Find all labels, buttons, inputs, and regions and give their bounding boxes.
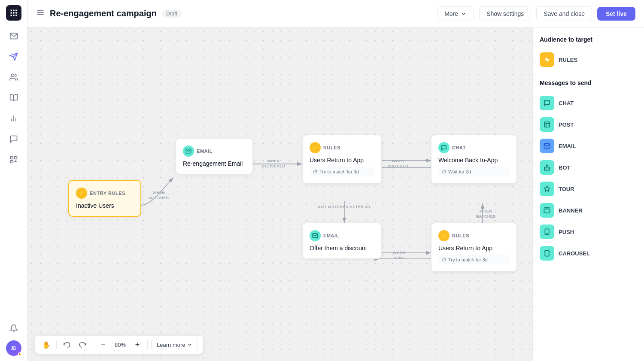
flow-canvas[interactable]: ⚡ ENTRY RULES Inactive Users WHENMATCHED… bbox=[27, 27, 532, 361]
sidebar-item-knowledge[interactable] bbox=[5, 89, 22, 106]
node-badge: ⚡ ENTRY RULES bbox=[76, 188, 134, 199]
toolbar-divider-1 bbox=[56, 340, 57, 349]
svg-point-39 bbox=[547, 165, 548, 166]
menu-toggle-button[interactable] bbox=[36, 8, 45, 19]
node-badge: ⚡ RULES bbox=[310, 142, 374, 153]
rules2-sub-text: Try to match for 3d bbox=[448, 257, 488, 262]
sidebar-item-notifications[interactable] bbox=[5, 320, 22, 337]
panel-item-post[interactable]: POST bbox=[540, 114, 637, 135]
zoom-out-button[interactable]: − bbox=[97, 338, 109, 351]
messages-title: Messages to send bbox=[540, 79, 637, 86]
set-live-button[interactable]: Set live bbox=[597, 7, 635, 21]
rules2-label: RULES bbox=[452, 233, 469, 238]
page-title: Re-engagement campaign bbox=[50, 9, 157, 18]
chat1-icon bbox=[438, 142, 450, 153]
undo-button[interactable] bbox=[60, 338, 73, 351]
svg-rect-15 bbox=[10, 157, 13, 159]
svg-rect-35 bbox=[544, 122, 550, 127]
panel-item-rules-audience[interactable]: RULES bbox=[540, 49, 637, 70]
zoom-in-button[interactable]: + bbox=[131, 338, 144, 351]
panel-tour-label: TOUR bbox=[559, 186, 574, 192]
panel-tour-icon bbox=[540, 182, 554, 196]
audience-title: Audience to target bbox=[540, 36, 637, 43]
rules2-node[interactable]: ⚡ RULES Users Return to App ⏱ Try to mat… bbox=[431, 223, 517, 272]
redo-button[interactable] bbox=[76, 338, 89, 351]
user-avatar[interactable]: JD bbox=[6, 340, 21, 356]
rules1-title: Users Return to App bbox=[310, 157, 374, 164]
node-badge: EMAIL bbox=[183, 146, 246, 157]
email2-icon bbox=[310, 230, 321, 241]
svg-rect-0 bbox=[10, 10, 12, 11]
sidebar: JD bbox=[0, 0, 27, 361]
entry-rules-node[interactable]: ⚡ ENTRY RULES Inactive Users bbox=[68, 180, 141, 217]
node-badge: EMAIL bbox=[310, 230, 374, 241]
panel-email-label: EMAIL bbox=[559, 143, 576, 149]
entry-rules-icon: ⚡ bbox=[76, 188, 87, 199]
panel-chat-icon bbox=[540, 96, 554, 110]
svg-rect-2 bbox=[15, 10, 17, 11]
panel-post-label: POST bbox=[559, 121, 574, 128]
panel-item-email[interactable]: EMAIL bbox=[540, 135, 637, 157]
header: Re-engagement campaign Draft More Show s… bbox=[27, 0, 644, 27]
panel-item-carousel[interactable]: CAROUSEL bbox=[540, 243, 637, 264]
panel-push-icon bbox=[540, 224, 554, 239]
bottom-toolbar: ✋ − 80% + Learn more bbox=[34, 335, 204, 354]
email2-title: Offer them a discount bbox=[310, 245, 374, 252]
email2-node[interactable]: EMAIL Offer them a discount bbox=[302, 223, 382, 259]
svg-rect-8 bbox=[15, 15, 17, 16]
show-settings-button[interactable]: Show settings bbox=[479, 6, 531, 21]
rules1-icon: ⚡ bbox=[310, 142, 321, 153]
more-button[interactable]: More bbox=[437, 6, 474, 21]
chat1-node[interactable]: CHAT Welcome Back In-App ⏱ Wait for 2d bbox=[431, 135, 517, 184]
panel-item-chat[interactable]: CHAT bbox=[540, 92, 637, 114]
sidebar-item-messages[interactable] bbox=[5, 130, 22, 148]
sidebar-bottom: JD bbox=[5, 320, 22, 356]
sidebar-item-apps[interactable] bbox=[5, 151, 22, 168]
svg-rect-17 bbox=[10, 161, 13, 163]
svg-rect-3 bbox=[10, 12, 12, 13]
rules2-icon: ⚡ bbox=[438, 230, 450, 241]
toolbar-divider-2 bbox=[93, 340, 93, 349]
panel-rules-audience-label: RULES bbox=[559, 57, 577, 63]
panel-item-push[interactable]: PUSH bbox=[540, 221, 637, 243]
connector-when-matched-1: WHENMATCHED bbox=[146, 191, 172, 200]
save-close-button[interactable]: Save and close bbox=[536, 6, 592, 21]
panel-item-tour[interactable]: TOUR bbox=[540, 178, 637, 200]
panel-carousel-icon bbox=[540, 246, 554, 261]
panel-banner-icon bbox=[540, 203, 554, 218]
entry-rules-label: ENTRY RULES bbox=[90, 191, 125, 196]
panel-post-icon bbox=[540, 117, 554, 132]
panel-divider bbox=[540, 75, 637, 75]
panel-email-icon bbox=[540, 139, 554, 153]
chat1-sub: ⏱ Wait for 2d bbox=[438, 167, 510, 176]
panel-item-bot[interactable]: BOT bbox=[540, 157, 637, 178]
node-badge: ⚡ RULES bbox=[438, 230, 510, 241]
app-logo bbox=[6, 5, 21, 21]
entry-rules-title: Inactive Users bbox=[76, 202, 134, 209]
sidebar-item-reports[interactable] bbox=[5, 110, 22, 127]
sidebar-item-contacts[interactable] bbox=[5, 69, 22, 86]
email1-title: Re-engagement Email bbox=[183, 160, 246, 167]
svg-rect-6 bbox=[10, 15, 12, 16]
rules1-node[interactable]: ⚡ RULES Users Return to App ⏱ Try to mat… bbox=[302, 135, 382, 184]
svg-marker-34 bbox=[544, 57, 550, 62]
svg-rect-43 bbox=[544, 209, 550, 213]
sidebar-item-campaigns[interactable] bbox=[5, 48, 22, 65]
sidebar-item-inbox[interactable] bbox=[5, 27, 22, 45]
email1-node[interactable]: EMAIL Re-engagement Email bbox=[176, 138, 253, 174]
connector-when-matched-3: WHENMATCHED bbox=[472, 209, 500, 219]
svg-rect-7 bbox=[13, 15, 14, 16]
email1-label: EMAIL bbox=[197, 149, 213, 154]
hand-tool-button[interactable]: ✋ bbox=[40, 338, 53, 351]
chat1-label: CHAT bbox=[452, 145, 466, 150]
rules2-title: Users Return to App bbox=[438, 245, 510, 252]
learn-more-button[interactable]: Learn more bbox=[151, 339, 197, 351]
rules1-sub-text: Try to match for 3d bbox=[319, 169, 359, 174]
connector-when-delivered: WHENDELIVERED bbox=[256, 159, 291, 169]
rules1-sub: ⏱ Try to match for 3d bbox=[310, 167, 374, 176]
rules2-sub-icon: ⏱ bbox=[442, 257, 447, 262]
panel-item-banner[interactable]: BANNER bbox=[540, 200, 637, 221]
svg-rect-16 bbox=[14, 157, 17, 159]
connector-not-matched: NOT MATCHED AFTER 3D bbox=[311, 205, 377, 209]
rules1-sub-icon: ⏱ bbox=[313, 169, 318, 174]
